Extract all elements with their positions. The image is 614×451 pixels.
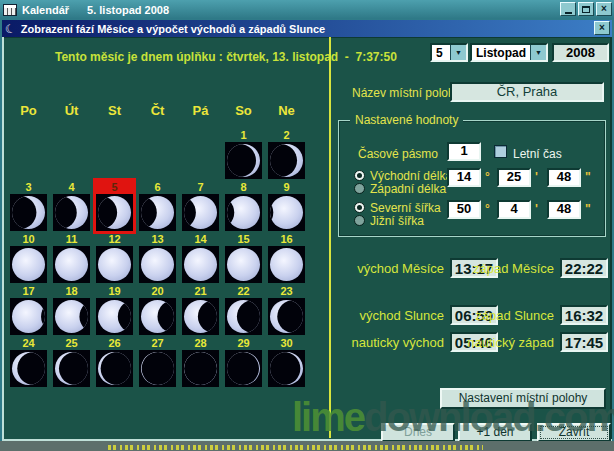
calendar-day-cell[interactable]: 30	[268, 337, 305, 387]
radio-east[interactable]	[354, 170, 365, 181]
longitude-sec-field[interactable]: 48	[547, 168, 581, 187]
day-number: 15	[225, 233, 262, 246]
location-value: ČR, Praha	[450, 82, 604, 102]
longitude-deg-field[interactable]: 14	[447, 168, 481, 187]
calendar-grid: 1234567891011121314151617181920212223242…	[10, 129, 305, 388]
client-area: Tento měsíc je dnem úplňku : čtvrtek, 13…	[2, 37, 612, 441]
day-number: 22	[225, 285, 262, 298]
weekday-label: So	[225, 103, 262, 118]
day-number: 4	[53, 181, 90, 194]
calendar-day-cell[interactable]: 15	[225, 233, 262, 283]
calendar-day-cell[interactable]: 25	[53, 337, 90, 387]
day-number: 12	[96, 233, 133, 246]
plus-one-day-button[interactable]: +1 den	[458, 423, 532, 442]
dropdown-arrow-icon[interactable]: ▼	[450, 45, 466, 60]
day-number: 30	[268, 337, 305, 350]
calendar-day-cell[interactable]: 9	[268, 181, 305, 231]
calendar-day-cell[interactable]: 3	[10, 181, 47, 231]
timezone-field[interactable]: 1	[447, 142, 481, 161]
month-combobox-value: Listopad	[472, 47, 530, 59]
calendar-day-cell[interactable]: 24	[10, 337, 47, 387]
moon-phase-image	[139, 298, 176, 335]
day-number: 21	[182, 285, 219, 298]
calendar-day-cell[interactable]: 6	[139, 181, 176, 231]
day-number: 29	[225, 337, 262, 350]
dropdown-arrow-icon[interactable]: ▼	[530, 45, 546, 60]
calendar-day-cell[interactable]: 1	[225, 129, 262, 179]
minimize-button[interactable]	[560, 2, 576, 16]
calendar-day-cell[interactable]: 28	[182, 337, 219, 387]
timezone-label: Časové pásmo	[358, 147, 438, 161]
calendar-day-cell[interactable]: 20	[139, 285, 176, 335]
east-longitude-label: Východní délka	[370, 169, 452, 183]
maximize-icon	[582, 6, 590, 13]
moon-phase-image	[139, 350, 176, 387]
calendar-day-cell[interactable]: 4	[53, 181, 90, 231]
day-number: 28	[182, 337, 219, 350]
moon-phase-image	[225, 194, 262, 231]
moon-phase-image	[96, 194, 133, 231]
moon-phase-image	[10, 246, 47, 283]
moon-phase-image	[53, 194, 90, 231]
close-button[interactable]: ×	[596, 2, 612, 16]
calendar-day-cell[interactable]: 12	[96, 233, 133, 283]
moon-phase-image	[139, 194, 176, 231]
calendar-day-cell[interactable]: 26	[96, 337, 133, 387]
calendar-day-cell[interactable]: 8	[225, 181, 262, 231]
dst-label: Letní čas	[513, 147, 562, 161]
today-button[interactable]: Dnes	[381, 423, 455, 442]
calendar-day-cell[interactable]: 18	[53, 285, 90, 335]
longitude-min-field[interactable]: 25	[497, 168, 531, 187]
calendar-day-cell[interactable]: 7	[182, 181, 219, 231]
maximize-button[interactable]	[578, 2, 594, 16]
west-longitude-label: Západní délka	[370, 182, 446, 196]
calendar-day-cell[interactable]: 23	[268, 285, 305, 335]
second-symbol: "	[585, 202, 591, 216]
day-combobox[interactable]: 5 ▼	[430, 43, 468, 62]
moon-phase-image	[96, 350, 133, 387]
window-date: 5. listopad 2008	[87, 4, 169, 16]
radio-south[interactable]	[354, 215, 365, 226]
bottom-frame	[0, 441, 614, 451]
calendar-day-cell[interactable]: 16	[268, 233, 305, 283]
moonrise-label: východ Měsíce	[338, 261, 444, 276]
latitude-min-field[interactable]: 4	[497, 200, 531, 219]
sunset-value: 16:32	[560, 305, 608, 325]
year-field[interactable]: 2008	[552, 43, 609, 62]
dialog-close-button[interactable]: ×	[594, 21, 610, 35]
calendar-day-cell[interactable]: 10	[10, 233, 47, 283]
nautical-rise-label: nauticky východ	[338, 335, 444, 350]
calendar-day-cell[interactable]: 14	[182, 233, 219, 283]
application-window: Kalendář 5. listopad 2008 × ☾ Zobrazení …	[0, 0, 614, 451]
day-number: 6	[139, 181, 176, 194]
calendar-day-cell[interactable]: 11	[53, 233, 90, 283]
nautical-set-label: nautický západ	[464, 335, 554, 350]
radio-west[interactable]	[354, 183, 365, 194]
calendar-day-cell[interactable]: 19	[96, 285, 133, 335]
radio-north[interactable]	[354, 202, 365, 213]
calendar-day-cell[interactable]: 27	[139, 337, 176, 387]
moonset-value: 22:22	[560, 258, 608, 278]
calendar-day-cell[interactable]: 29	[225, 337, 262, 387]
day-number: 20	[139, 285, 176, 298]
day-number: 10	[10, 233, 47, 246]
latitude-sec-field[interactable]: 48	[547, 200, 581, 219]
moon-phase-image	[225, 142, 262, 179]
minimize-icon	[565, 12, 572, 14]
moon-phase-image	[139, 246, 176, 283]
calendar-app-icon	[3, 4, 17, 16]
moon-phase-image	[53, 298, 90, 335]
latitude-deg-field[interactable]: 50	[447, 200, 481, 219]
close-dialog-button[interactable]: Zavřít	[537, 423, 611, 442]
dst-checkbox[interactable]	[494, 145, 507, 158]
calendar-day-cell[interactable]: 17	[10, 285, 47, 335]
calendar-day-cell[interactable]: 21	[182, 285, 219, 335]
month-combobox[interactable]: Listopad ▼	[470, 43, 548, 62]
location-settings-button[interactable]: Nastavení místní polohy	[440, 388, 606, 409]
moon-phase-image	[53, 246, 90, 283]
calendar-day-cell[interactable]: 13	[139, 233, 176, 283]
sunrise-label: východ Slunce	[338, 308, 444, 323]
calendar-day-cell[interactable]: 2	[268, 129, 305, 179]
calendar-day-cell[interactable]: 22	[225, 285, 262, 335]
calendar-day-cell[interactable]: 5	[96, 181, 133, 231]
